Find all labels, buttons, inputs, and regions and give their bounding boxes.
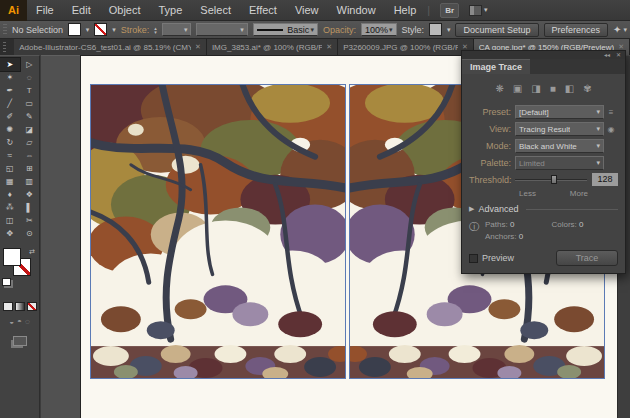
artboard-tool[interactable]: ◫ <box>0 214 20 227</box>
none-button[interactable] <box>27 302 37 311</box>
tab-document-2[interactable]: IMG_3853.ai* @ 100% (RGB/Preview) ✕ <box>207 39 338 55</box>
advanced-section-toggle[interactable]: ▶ Advanced <box>469 204 618 214</box>
close-icon[interactable]: ✕ <box>326 43 332 51</box>
preset-menu-icon[interactable]: ≡ <box>604 108 618 117</box>
threshold-slider[interactable] <box>515 173 587 186</box>
blob-brush-tool[interactable]: ✺ <box>0 123 20 136</box>
pencil-tool[interactable]: ✎ <box>20 110 40 123</box>
perspective-grid-tool[interactable]: ⊞ <box>20 162 40 175</box>
draw-normal-icon[interactable]: ◒ <box>9 317 14 326</box>
pen-tool[interactable]: ✒ <box>0 84 20 97</box>
preset-high-color-icon[interactable]: ▣ <box>513 83 522 95</box>
menu-view[interactable]: View <box>286 0 328 21</box>
less-label: Less <box>519 189 536 198</box>
menu-type[interactable]: Type <box>150 0 192 21</box>
selection-tool[interactable]: ➤ <box>0 58 20 71</box>
column-graph-tool[interactable]: ▌ <box>20 201 40 214</box>
stroke-dropdown-icon[interactable]: ▾ <box>112 26 116 34</box>
stroke-color-swatch[interactable] <box>94 23 107 36</box>
eyedropper-tool[interactable]: ♦ <box>0 188 20 201</box>
fill-dropdown-icon[interactable]: ▾ <box>86 26 90 34</box>
menu-select[interactable]: Select <box>191 0 240 21</box>
recolor-artwork-button[interactable]: ✦ ▾ <box>613 24 627 35</box>
menu-help[interactable]: Help <box>385 0 426 21</box>
preset-grayscale-icon[interactable]: ■ <box>550 83 556 95</box>
menu-object[interactable]: Object <box>100 0 150 21</box>
width-tool[interactable]: ≈ <box>0 149 20 162</box>
line-tool[interactable]: ╱ <box>0 97 20 110</box>
tab-document-1[interactable]: Adobe-Illustrator-CS6_test01.ai @ 85.19%… <box>14 39 207 55</box>
preset-auto-color-icon[interactable]: ❋ <box>495 83 503 95</box>
preset-low-color-icon[interactable]: ◨ <box>531 83 540 95</box>
slice-tool[interactable]: ✂ <box>20 214 40 227</box>
mode-dropdown[interactable]: Black and White ▾ <box>515 139 604 153</box>
symbol-sprayer-tool[interactable]: ⁂ <box>0 201 20 214</box>
eraser-tool[interactable]: ◪ <box>20 123 40 136</box>
brush-definition-dropdown[interactable]: Basic ▾ <box>253 23 318 36</box>
stroke-weight-stepper[interactable]: ▴ ▾ <box>154 26 157 34</box>
lasso-tool[interactable]: ◌ <box>20 71 40 84</box>
tab-document-3[interactable]: P3260009.JPG @ 100% (RGB/Preview) ✕ <box>338 39 474 55</box>
menu-window[interactable]: Window <box>328 0 385 21</box>
style-dropdown-icon[interactable]: ▾ <box>447 26 451 34</box>
eye-icon[interactable]: ◉ <box>604 125 618 134</box>
document-setup-button[interactable]: Document Setup <box>455 23 538 37</box>
stepper-down-icon[interactable]: ▾ <box>154 30 157 34</box>
preset-black-white-icon[interactable]: ◧ <box>565 83 574 95</box>
opacity-label[interactable]: Opacity: <box>323 25 356 35</box>
collapse-panel-icon[interactable]: ◂◂ <box>604 52 610 58</box>
direct-selection-tool[interactable]: ▷ <box>20 58 40 71</box>
scale-tool[interactable]: ▱ <box>20 136 40 149</box>
paintbrush-tool[interactable]: ✐ <box>0 110 20 123</box>
divider <box>526 209 618 210</box>
swap-fill-stroke-icon[interactable]: ⇄ <box>29 248 35 256</box>
close-panel-icon[interactable]: ✕ <box>616 52 621 58</box>
type-tool[interactable]: T <box>20 84 40 97</box>
preview-checkbox[interactable] <box>469 254 478 263</box>
draw-behind-icon[interactable]: ◓ <box>17 317 22 326</box>
illustrator-window: Ai File Edit Object Type Select Effect V… <box>0 0 630 418</box>
preferences-button[interactable]: Preferences <box>544 23 609 37</box>
menu-edit[interactable]: Edit <box>63 0 100 21</box>
pasteboard-strip[interactable] <box>41 55 80 418</box>
menu-file[interactable]: File <box>27 0 63 21</box>
bridge-button[interactable]: Br <box>440 3 459 18</box>
trace-button[interactable]: Trace <box>556 250 618 266</box>
stroke-label[interactable]: Stroke: <box>121 25 150 35</box>
gradient-button[interactable] <box>15 302 25 311</box>
shape-builder-tool[interactable]: ◱ <box>0 162 20 175</box>
threshold-value[interactable]: 128 <box>592 173 618 186</box>
draw-inside-icon[interactable]: ◌ <box>25 317 30 326</box>
panel-grip[interactable] <box>3 24 7 36</box>
default-fill-stroke-icon[interactable] <box>2 278 11 286</box>
gradient-tool[interactable]: ▥ <box>20 175 40 188</box>
rotate-tool[interactable]: ↻ <box>0 136 20 149</box>
fill-color-swatch[interactable] <box>68 23 81 36</box>
rectangle-tool[interactable]: ▭ <box>20 97 40 110</box>
panel-title[interactable]: Image Trace <box>462 59 530 74</box>
fill-swatch[interactable] <box>3 248 21 266</box>
traced-image-left[interactable] <box>90 84 346 379</box>
hand-tool[interactable]: ✥ <box>0 227 20 240</box>
menu-effect[interactable]: Effect <box>240 0 286 21</box>
free-transform-tool[interactable]: ⇔ <box>20 149 40 162</box>
variable-width-dropdown[interactable]: ▾ <box>196 23 247 36</box>
tabbar-grip[interactable] <box>3 42 6 54</box>
panel-drag-bar[interactable]: ◂◂ ✕ <box>462 51 625 59</box>
close-icon[interactable]: ✕ <box>195 43 201 51</box>
stroke-weight-dropdown[interactable]: ▾ <box>162 23 192 36</box>
mesh-tool[interactable]: ▦ <box>0 175 20 188</box>
preset-dropdown[interactable]: [Default] ▾ <box>515 105 604 119</box>
preset-outline-icon[interactable]: ✾ <box>583 83 591 95</box>
view-dropdown[interactable]: Tracing Result ▾ <box>515 122 604 136</box>
color-button[interactable] <box>3 302 13 311</box>
magic-wand-tool[interactable]: ✶ <box>0 71 20 84</box>
blend-tool[interactable]: ❖ <box>20 188 40 201</box>
panel-body: ❋ ▣ ◨ ■ ◧ ✾ Preset: [Default] ▾ ≡ View: … <box>462 74 625 273</box>
screen-mode-button[interactable] <box>13 336 27 346</box>
zoom-tool[interactable]: ⊙ <box>20 227 40 240</box>
opacity-dropdown[interactable]: 100% ▾ <box>361 23 397 36</box>
workspace-switcher[interactable]: ▾ <box>469 5 488 16</box>
slider-handle[interactable] <box>551 175 557 184</box>
style-swatch[interactable] <box>429 23 442 36</box>
